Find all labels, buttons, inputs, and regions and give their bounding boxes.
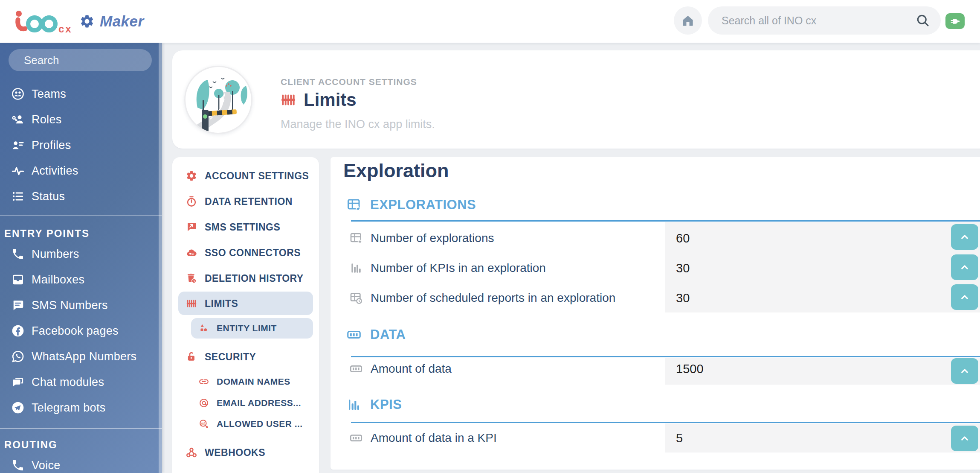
- limit-value-input[interactable]: 1500: [676, 359, 704, 379]
- global-search-input[interactable]: [721, 14, 915, 27]
- whatsapp-icon: [11, 350, 25, 363]
- lock-icon: [186, 351, 197, 363]
- settings-nav-item-webhooks[interactable]: WEBHOOKS: [172, 442, 319, 463]
- limit-row: Amount of data in a KPI: [349, 428, 497, 448]
- settings-nav-item-limits[interactable]: LIMITS: [172, 293, 319, 314]
- nav-item-label: WEBHOOKS: [205, 447, 265, 458]
- sidebar-item-sms-numbers[interactable]: SMS Numbers: [0, 295, 159, 315]
- settings-nav-item-account-settings[interactable]: ACCOUNT SETTINGS: [172, 166, 319, 186]
- nav-item-label: SMS SETTINGS: [205, 222, 280, 233]
- profiles-icon: [11, 138, 25, 152]
- sidebar-item-label: Teams: [32, 88, 66, 101]
- section-header-kpis: KPIS: [346, 396, 402, 413]
- value-field-group: [665, 358, 980, 385]
- page-eyebrow: CLIENT ACCOUNT SETTINGS: [281, 77, 417, 87]
- collapse-button[interactable]: [951, 254, 978, 280]
- limits-content: Exploration EXPLORATIONS Number of explo…: [331, 157, 980, 470]
- webhook-icon: [186, 447, 197, 458]
- shapes-icon: [198, 323, 209, 334]
- sidebar-item-numbers[interactable]: Numbers: [0, 244, 159, 264]
- sidebar-item-facebook-pages[interactable]: Facebook pages: [0, 321, 159, 341]
- limit-row: Amount of data: [349, 359, 452, 379]
- collapse-button[interactable]: [951, 426, 978, 451]
- settings-nav-item-security[interactable]: SECURITY: [172, 347, 319, 367]
- svg-text:@: @: [201, 421, 205, 426]
- limit-label: Number of scheduled reports in an explor…: [371, 291, 615, 305]
- section-header-explorations: EXPLORATIONS: [346, 196, 476, 213]
- settings-nav: ACCOUNT SETTINGS DATA RETENTION SMS SETT…: [172, 157, 319, 473]
- sidebar-item-chat-modules[interactable]: Chat modules: [0, 372, 159, 392]
- limit-value-input[interactable]: 60: [676, 228, 690, 248]
- sidebar-item-status[interactable]: Status: [0, 186, 159, 207]
- sidebar-search-input[interactable]: [23, 53, 168, 67]
- limit-value-input[interactable]: 30: [676, 258, 690, 278]
- settings-nav-item-domain-names[interactable]: DOMAIN NAMES: [172, 371, 319, 392]
- settings-nav-item-sso-connectors[interactable]: SSO CONNECTORS: [172, 242, 319, 263]
- home-button[interactable]: [674, 6, 702, 35]
- page-header-card: CLIENT ACCOUNT SETTINGS Limits Manage th…: [172, 50, 980, 149]
- collapse-button[interactable]: [951, 358, 978, 384]
- sidebar-item-label: SMS Numbers: [32, 299, 108, 312]
- section-label: KPIS: [370, 397, 402, 412]
- sidebar-item-activities[interactable]: Activities: [0, 161, 159, 181]
- sidebar-search: [9, 49, 152, 71]
- limit-value-input[interactable]: 30: [676, 288, 690, 308]
- phone-icon: [11, 458, 25, 472]
- nav-item-label: DELETION HISTORY: [205, 273, 304, 284]
- chevron-up-icon: [958, 432, 971, 445]
- collapse-button[interactable]: [951, 224, 978, 250]
- sidebar: Teams Roles Profiles Activities Status E…: [0, 43, 162, 473]
- nav-item-label: DOMAIN NAMES: [217, 377, 290, 387]
- sidebar-section-routing: ROUTING: [4, 439, 58, 451]
- search-icon[interactable]: [915, 13, 931, 28]
- sidebar-item-voice[interactable]: Voice: [0, 455, 159, 473]
- sidebar-item-roles[interactable]: Roles: [0, 109, 159, 130]
- status-icon: [11, 190, 25, 203]
- sidebar-item-whatsapp-numbers[interactable]: WhatsApp Numbers: [0, 346, 159, 367]
- section-label: EXPLORATIONS: [370, 197, 476, 213]
- ino-cx-logo[interactable]: cx: [14, 7, 78, 36]
- kpi-bars-icon: [349, 261, 363, 275]
- connector-button[interactable]: [945, 13, 965, 29]
- chevron-up-icon: [958, 291, 971, 304]
- limit-value-input[interactable]: 5: [676, 428, 683, 448]
- nav-item-label: ACCOUNT SETTINGS: [205, 170, 309, 182]
- sidebar-item-profiles[interactable]: Profiles: [0, 135, 159, 155]
- settings-nav-item-data-retention[interactable]: DATA RETENTION: [172, 191, 319, 212]
- exploration-icon: [349, 231, 363, 245]
- settings-nav-item-entity-limit[interactable]: ENTITY LIMIT: [172, 318, 319, 339]
- limits-fence-icon: [280, 91, 297, 108]
- nav-item-label: ALLOWED USER ...: [217, 419, 303, 429]
- telegram-icon: [11, 401, 25, 415]
- limit-label: Amount of data in a KPI: [371, 431, 497, 445]
- chevron-up-icon: [958, 231, 971, 243]
- limit-label: Number of explorations: [371, 231, 494, 245]
- value-field-group: [665, 423, 980, 453]
- collapse-button[interactable]: [951, 284, 978, 310]
- settings-nav-item-email-addresses[interactable]: EMAIL ADDRESS...: [172, 393, 319, 413]
- sidebar-item-label: Profiles: [32, 139, 71, 152]
- nav-item-label: SECURITY: [205, 351, 256, 363]
- limit-row: Number of explorations: [349, 228, 494, 248]
- nav-item-label: SSO CONNECTORS: [205, 247, 301, 259]
- settings-nav-item-sms-settings[interactable]: SMS SETTINGS: [172, 217, 319, 237]
- gear-icon: [186, 170, 197, 182]
- gear-icon: [79, 14, 95, 29]
- sidebar-item-teams[interactable]: Teams: [0, 84, 159, 104]
- cloud-key-icon: [186, 247, 197, 259]
- sidebar-item-label: Voice: [32, 459, 61, 472]
- sms-settings-icon: [186, 221, 197, 233]
- maker-app-switcher[interactable]: Maker: [79, 0, 144, 43]
- at-search-icon: @: [198, 418, 209, 429]
- section-divider: [351, 356, 980, 357]
- sidebar-item-label: Numbers: [32, 248, 79, 261]
- teams-icon: [11, 87, 25, 101]
- sidebar-divider: [0, 215, 162, 216]
- settings-nav-item-deletion-history[interactable]: DELETION HISTORY: [172, 268, 319, 289]
- sidebar-item-mailboxes[interactable]: Mailboxes: [0, 269, 159, 290]
- section-divider: [351, 422, 980, 423]
- settings-nav-item-allowed-users[interactable]: @ ALLOWED USER ...: [172, 414, 319, 434]
- sidebar-item-telegram-bots[interactable]: Telegram bots: [0, 397, 159, 418]
- sidebar-scrollbar[interactable]: [159, 43, 162, 473]
- limit-label: Amount of data: [371, 362, 452, 376]
